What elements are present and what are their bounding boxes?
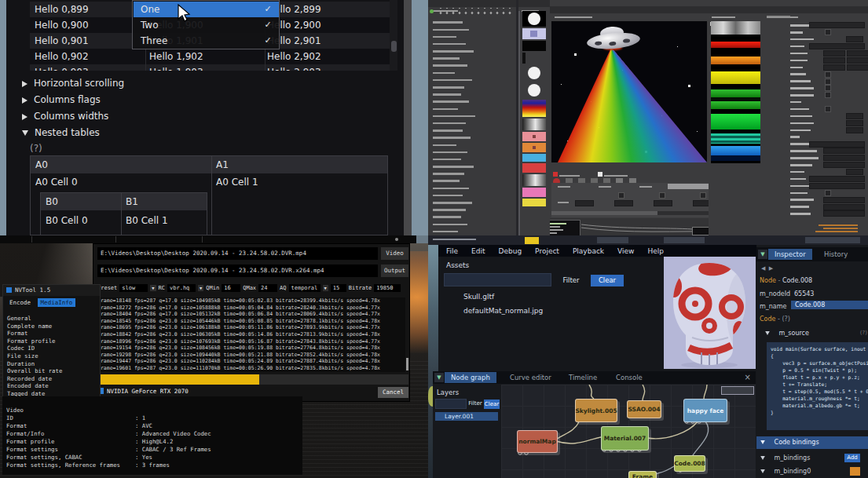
property-row[interactable]: [762, 22, 868, 29]
table-scrollbar[interactable]: [390, 0, 397, 71]
value-box[interactable]: [654, 200, 672, 206]
menu-edit[interactable]: Edit: [471, 247, 485, 255]
tree-row[interactable]: [428, 192, 516, 199]
property-row[interactable]: [762, 169, 868, 176]
property-row[interactable]: [762, 148, 868, 155]
property-row[interactable]: [762, 106, 868, 113]
code-help[interactable]: - (?): [778, 316, 790, 323]
table-row[interactable]: Hello 0,902 Hello 1,902 Hello 2,902: [30, 49, 390, 64]
texture-thumbnail[interactable]: [522, 143, 546, 152]
collapse-icon[interactable]: [760, 440, 765, 444]
video-path-field[interactable]: E:\Videos\Desktop\Desktop 2020.09.14 - 2…: [97, 247, 378, 260]
panel-titlebar[interactable]: [762, 6, 868, 13]
property-row[interactable]: [762, 189, 868, 196]
property-row[interactable]: [762, 43, 868, 50]
tree-row[interactable]: [428, 41, 516, 48]
menu-help[interactable]: Help: [647, 247, 664, 255]
bindings-row[interactable]: m_bindings Add: [756, 452, 868, 464]
header-cell[interactable]: A0: [35, 156, 48, 173]
node-frame[interactable]: Frame: [628, 471, 657, 478]
texture-thumbnail[interactable]: [522, 28, 546, 39]
property-row[interactable]: [762, 126, 868, 133]
collapse-icon[interactable]: [760, 469, 765, 473]
property-row[interactable]: [762, 78, 868, 85]
toolbar-dots[interactable]: [436, 8, 513, 16]
asset-item-skull[interactable]: Skull.gltf: [463, 293, 494, 301]
texture-thumbnail[interactable]: [522, 11, 546, 27]
tree-row[interactable]: [428, 206, 516, 213]
node-canvas[interactable]: normalMap Skylight.005 SSAO.004 Material…: [501, 385, 756, 478]
tree-row[interactable]: [428, 127, 516, 134]
key-checkbox[interactable]: [659, 192, 665, 199]
qmin-field[interactable]: 16: [222, 284, 240, 292]
tree-row[interactable]: [428, 228, 516, 235]
tab-history[interactable]: History: [818, 249, 854, 260]
property-row[interactable]: [762, 176, 868, 183]
property-row[interactable]: [762, 29, 868, 36]
qmax-field[interactable]: 24: [258, 284, 277, 292]
table-cell[interactable]: Hello 0,900: [35, 17, 89, 33]
viewport-toolbar[interactable]: [710, 14, 760, 21]
tab-mediainfo[interactable]: MediaInfo: [38, 298, 76, 307]
panel-titlebar[interactable]: [709, 6, 762, 13]
bitrate-field[interactable]: 19850: [374, 284, 401, 292]
column-divider[interactable]: [211, 156, 212, 236]
tab-console[interactable]: Console: [610, 372, 649, 383]
property-row[interactable]: [762, 182, 868, 189]
asset-item-normalmap[interactable]: defaultMat_normal.jpg: [463, 307, 543, 315]
tree-row[interactable]: [428, 112, 516, 119]
key-checkbox[interactable]: [700, 192, 706, 199]
property-row[interactable]: [762, 85, 868, 92]
tree-row[interactable]: [428, 33, 516, 40]
table-row[interactable]: Hello 0,903 Hello 1,903 Hello 2,903: [30, 64, 390, 71]
tab-inspector[interactable]: Inspector: [768, 249, 812, 260]
property-row[interactable]: [762, 140, 868, 148]
value-box[interactable]: [614, 200, 633, 206]
texture-thumbnail[interactable]: [522, 65, 546, 81]
property-row[interactable]: [762, 36, 868, 43]
node-code[interactable]: Code.008: [674, 455, 705, 472]
material-swatch-button[interactable]: [850, 467, 860, 476]
nodeid-value[interactable]: 65543: [794, 290, 814, 297]
table-cell[interactable]: Hello 0,899: [35, 2, 89, 17]
dropdown-icon[interactable]: ▼: [198, 285, 203, 291]
node-material[interactable]: Material.007: [601, 426, 649, 451]
panel-icon[interactable]: ▼: [434, 373, 444, 382]
tree-row[interactable]: [428, 48, 516, 55]
add-button[interactable]: Add: [844, 454, 860, 462]
panel-titlebar[interactable]: [428, 0, 516, 7]
texture-thumbnail[interactable]: [522, 53, 526, 64]
property-row[interactable]: [762, 50, 868, 57]
tree-row[interactable]: [428, 62, 516, 69]
output-button[interactable]: Output: [381, 265, 408, 277]
header-cell[interactable]: B1: [126, 193, 138, 210]
close-icon[interactable]: ×: [745, 373, 751, 381]
tree-row[interactable]: [428, 134, 516, 141]
tree-row[interactable]: [428, 156, 516, 163]
viewport-toolbar[interactable]: [551, 14, 707, 21]
tab-timeline[interactable]: Timeline: [562, 372, 603, 383]
node-normalmap[interactable]: normalMap: [517, 430, 558, 453]
output-path-field[interactable]: E:\Videos\Desktop\Desktop 2020.09.14 - 2…: [97, 265, 378, 277]
value-box[interactable]: [575, 200, 594, 206]
source-section[interactable]: m_source: [764, 330, 809, 337]
console-scrollbar-thumb[interactable]: [406, 358, 408, 370]
video-button[interactable]: Video: [381, 247, 408, 260]
tree-row[interactable]: [428, 77, 516, 84]
code-bindings-header[interactable]: Code bindings: [756, 436, 868, 449]
node-ssao[interactable]: SSAO.004: [627, 400, 661, 418]
table-cell[interactable]: Hello 2,903: [267, 64, 321, 71]
clear-button[interactable]: Clear: [591, 275, 624, 286]
tree-row[interactable]: [428, 120, 516, 127]
toolbar-box[interactable]: [805, 237, 860, 243]
tab-node-graph[interactable]: Node graph: [445, 372, 496, 383]
menu-file[interactable]: File: [446, 247, 458, 255]
texture-thumbnail[interactable]: [522, 119, 546, 130]
tree-row[interactable]: [428, 163, 516, 170]
tree-row[interactable]: [428, 69, 516, 76]
name-value-field[interactable]: Code.008: [791, 301, 868, 309]
aq-strength-field[interactable]: 15: [331, 284, 346, 292]
menu-playback[interactable]: Playback: [573, 247, 604, 255]
binding0-row[interactable]: m_binding0: [756, 465, 868, 477]
help-marker[interactable]: (?): [30, 143, 42, 154]
